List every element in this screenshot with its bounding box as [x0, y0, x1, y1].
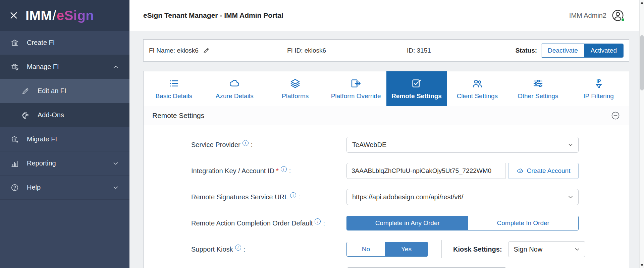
status-label: Status:: [516, 47, 537, 54]
sidebar-item-add-ons[interactable]: Add-Ons: [0, 103, 129, 127]
fi-name-text: FI Name: ekiosk6: [149, 47, 199, 54]
panel-header: Remote Settings: [144, 106, 629, 125]
info-icon[interactable]: i: [290, 192, 296, 198]
kiosk-no-option[interactable]: No: [347, 242, 385, 256]
sidebar-item-manage-fi[interactable]: Manage FI: [0, 55, 129, 79]
support-kiosk-toggle: No Yes: [346, 242, 428, 257]
field-label: Remote Signatures Service URL i :: [144, 193, 346, 201]
sidebar-item-label: Manage FI: [27, 63, 59, 71]
colon: :: [299, 193, 301, 201]
info-icon[interactable]: i: [243, 140, 249, 146]
kiosk-settings-label: Kiosk Settings:: [453, 246, 502, 253]
logo-slash: /: [52, 8, 56, 23]
sidebar-item-label: Help: [27, 184, 41, 191]
layers-icon: [289, 77, 301, 89]
avatar[interactable]: [611, 9, 625, 22]
list-icon: [168, 77, 179, 89]
sidebar-item-help[interactable]: Help: [0, 176, 129, 200]
tab-label: Azure Details: [216, 92, 254, 100]
tab-client-settings[interactable]: Client Settings: [447, 71, 507, 106]
info-icon[interactable]: i: [281, 166, 287, 172]
service-provider-value: TeAWebDE: [352, 141, 386, 149]
tab-label: Platforms: [282, 92, 309, 100]
remote-url-select[interactable]: https://api.adobesign.com/api/rest/v6/: [346, 189, 579, 205]
chevron-down-icon: [574, 246, 580, 252]
fi-numeric-id-text: ID: 3151: [407, 47, 516, 54]
page-scrollbar[interactable]: [639, 0, 644, 268]
page-title: eSign Tenant Manager - IMM Admin Portal: [143, 11, 283, 19]
deactivate-button[interactable]: Deactivate: [541, 44, 584, 57]
activated-button[interactable]: Activated: [584, 44, 623, 57]
users-icon: [472, 77, 483, 89]
remote-url-value: https://api.adobesign.com/api/rest/v6/: [352, 193, 463, 201]
box-arrow-icon: [350, 77, 362, 89]
colon: :: [244, 246, 246, 253]
scrollbar-thumb[interactable]: [640, 35, 644, 90]
sidebar: IMM/eSign Create FI Manage FI: [0, 0, 129, 268]
app-window: IMM/eSign Create FI Manage FI: [0, 0, 644, 268]
edit-fi-name-icon[interactable]: [203, 47, 210, 54]
kiosk-settings-value: Sign Now: [514, 246, 543, 253]
remote-settings-form: Service Provider i : TeAWebDE: [144, 125, 629, 268]
support-kiosk-row: Support Kiosk i : No Yes Kiosk Settings:: [144, 241, 629, 257]
create-account-label: Create Account: [527, 167, 571, 175]
chevron-down-icon: [112, 160, 119, 167]
puzzle-icon: [21, 111, 30, 120]
sidebar-item-reporting[interactable]: Reporting: [0, 151, 129, 176]
sidebar-item-migrate-fi[interactable]: Migrate FI: [0, 127, 129, 151]
topbar: eSign Tenant Manager - IMM Admin Portal …: [129, 0, 644, 31]
tab-bar: Basic Details Azure Details Platforms: [144, 71, 629, 106]
tab-label: Platform Override: [331, 92, 381, 100]
tab-label: Client Settings: [457, 92, 498, 100]
tab-platform-override[interactable]: Platform Override: [326, 71, 386, 106]
main-area: eSign Tenant Manager - IMM Admin Portal …: [129, 0, 644, 268]
tab-platforms[interactable]: Platforms: [265, 71, 326, 106]
sidebar-item-edit-an-fi[interactable]: Edit an FI: [0, 79, 129, 103]
pencil-icon: [21, 86, 30, 96]
tab-label: Remote Settings: [391, 92, 442, 100]
field-label: Service Provider i :: [144, 141, 346, 149]
collapse-icon[interactable]: [611, 111, 620, 120]
document-pencil-icon: [411, 77, 422, 89]
app-logo: IMM/eSign: [25, 8, 94, 23]
chevron-down-icon: [568, 194, 574, 200]
close-icon[interactable]: [9, 10, 19, 20]
service-provider-select[interactable]: TeAWebDE: [346, 137, 579, 153]
complete-in-order-option[interactable]: Complete In Order: [468, 216, 578, 230]
scroll-up-arrow-icon[interactable]: [640, 0, 644, 5]
colon: :: [251, 141, 253, 149]
integration-key-label: Integration Key / Account ID: [191, 167, 274, 175]
tab-azure-details[interactable]: Azure Details: [204, 71, 265, 106]
bar-chart-icon: [10, 159, 19, 168]
tab-label: IP Filtering: [583, 92, 613, 100]
info-icon[interactable]: i: [315, 218, 321, 224]
completion-order-label: Remote Action Completion Order Default: [191, 219, 313, 227]
sidebar-item-label: Reporting: [27, 159, 56, 167]
tab-remote-settings[interactable]: Remote Settings: [386, 71, 447, 106]
sidebar-item-create-fi[interactable]: Create FI: [0, 31, 129, 55]
sidebar-nav: Create FI Manage FI Edit an FI: [0, 31, 129, 200]
kiosk-yes-option[interactable]: Yes: [385, 242, 428, 256]
colon: :: [289, 167, 291, 175]
scroll-down-arrow-icon[interactable]: [640, 263, 644, 268]
create-account-button[interactable]: Create Account: [508, 163, 579, 179]
integration-key-input[interactable]: [346, 163, 505, 179]
complete-any-order-option[interactable]: Complete in Any Order: [347, 216, 468, 230]
sidebar-item-label: Create FI: [27, 39, 55, 47]
panel-title: Remote Settings: [152, 112, 204, 120]
kiosk-settings-select[interactable]: Sign Now: [508, 241, 585, 257]
bank-icon: [10, 38, 19, 48]
content: FI Name: ekiosk6 FI ID: ekiosk6 ID: 3151…: [129, 31, 644, 268]
tab-other-settings[interactable]: Other Settings: [507, 71, 568, 106]
colon: :: [323, 219, 325, 227]
info-icon[interactable]: i: [235, 245, 241, 251]
fi-info-bar: FI Name: ekiosk6 FI ID: ekiosk6 ID: 3151…: [143, 39, 629, 62]
user-menu[interactable]: IMM Admin2: [569, 9, 625, 22]
tab-basic-details[interactable]: Basic Details: [144, 71, 204, 106]
service-provider-label: Service Provider: [191, 141, 240, 149]
tab-ip-filtering[interactable]: IP IP Filtering: [568, 71, 629, 106]
fi-name-block: FI Name: ekiosk6: [149, 47, 287, 54]
tab-label: Other Settings: [518, 92, 558, 100]
tab-label: Basic Details: [156, 92, 193, 100]
integration-key-row: Integration Key / Account ID * i :: [144, 163, 629, 179]
